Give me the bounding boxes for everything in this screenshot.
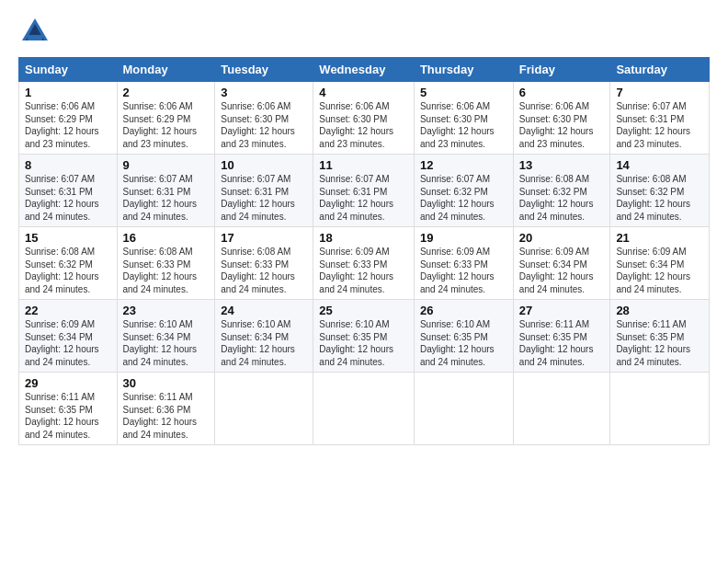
day-info: Sunrise: 6:08 AM Sunset: 6:32 PM Dayligh… (519, 173, 605, 223)
calendar-day-cell: 11 Sunrise: 6:07 AM Sunset: 6:31 PM Dayl… (313, 155, 415, 227)
header (18, 15, 710, 48)
calendar-day-cell: 27 Sunrise: 6:11 AM Sunset: 6:35 PM Dayl… (513, 300, 610, 373)
calendar-day-cell: 26 Sunrise: 6:10 AM Sunset: 6:35 PM Dayl… (414, 300, 513, 373)
day-info: Sunrise: 6:07 AM Sunset: 6:31 PM Dayligh… (221, 173, 307, 223)
calendar-day-cell: 8 Sunrise: 6:07 AM Sunset: 6:31 PM Dayli… (19, 155, 118, 227)
calendar-day-cell: 21 Sunrise: 6:09 AM Sunset: 6:34 PM Dayl… (610, 227, 710, 300)
calendar-header-row: SundayMondayTuesdayWednesdayThursdayFrid… (19, 58, 710, 82)
day-info: Sunrise: 6:11 AM Sunset: 6:35 PM Dayligh… (25, 391, 111, 441)
day-number: 16 (123, 231, 210, 245)
day-number: 5 (420, 86, 507, 99)
day-number: 19 (420, 231, 507, 245)
calendar-weekday: Wednesday (313, 58, 415, 82)
day-number: 17 (221, 231, 307, 245)
day-number: 7 (616, 86, 703, 99)
day-number: 29 (25, 376, 111, 390)
day-info: Sunrise: 6:08 AM Sunset: 6:32 PM Dayligh… (616, 173, 703, 223)
calendar-week-row: 1 Sunrise: 6:06 AM Sunset: 6:29 PM Dayli… (19, 82, 710, 155)
calendar-day-cell (414, 373, 513, 445)
calendar-day-cell (215, 373, 313, 445)
calendar-day-cell: 17 Sunrise: 6:08 AM Sunset: 6:33 PM Dayl… (215, 227, 313, 300)
calendar-weekday: Sunday (19, 58, 118, 82)
day-number: 2 (123, 86, 210, 99)
day-info: Sunrise: 6:06 AM Sunset: 6:29 PM Dayligh… (123, 100, 210, 150)
day-info: Sunrise: 6:09 AM Sunset: 6:33 PM Dayligh… (319, 246, 408, 295)
calendar-weekday: Friday (513, 58, 610, 82)
day-number: 14 (616, 158, 703, 172)
calendar-weekday: Tuesday (215, 58, 313, 82)
calendar-day-cell: 6 Sunrise: 6:06 AM Sunset: 6:30 PM Dayli… (513, 82, 610, 155)
day-info: Sunrise: 6:09 AM Sunset: 6:34 PM Dayligh… (616, 246, 703, 295)
day-number: 28 (616, 304, 703, 317)
day-info: Sunrise: 6:11 AM Sunset: 6:35 PM Dayligh… (616, 318, 703, 368)
calendar-day-cell: 1 Sunrise: 6:06 AM Sunset: 6:29 PM Dayli… (19, 82, 118, 155)
calendar-day-cell: 15 Sunrise: 6:08 AM Sunset: 6:32 PM Dayl… (19, 227, 118, 300)
calendar-day-cell: 5 Sunrise: 6:06 AM Sunset: 6:30 PM Dayli… (414, 82, 513, 155)
day-info: Sunrise: 6:07 AM Sunset: 6:31 PM Dayligh… (319, 173, 408, 223)
svg-rect-2 (28, 35, 42, 40)
calendar-week-row: 22 Sunrise: 6:09 AM Sunset: 6:34 PM Dayl… (19, 300, 710, 373)
day-number: 13 (519, 158, 605, 172)
day-info: Sunrise: 6:08 AM Sunset: 6:32 PM Dayligh… (25, 246, 111, 295)
day-number: 4 (319, 86, 408, 99)
day-number: 6 (519, 86, 605, 99)
calendar-day-cell: 9 Sunrise: 6:07 AM Sunset: 6:31 PM Dayli… (117, 155, 215, 227)
calendar-week-row: 15 Sunrise: 6:08 AM Sunset: 6:32 PM Dayl… (19, 227, 710, 300)
day-info: Sunrise: 6:07 AM Sunset: 6:31 PM Dayligh… (616, 100, 703, 150)
logo-icon (18, 15, 51, 48)
day-number: 22 (25, 304, 111, 317)
day-info: Sunrise: 6:08 AM Sunset: 6:33 PM Dayligh… (123, 246, 210, 295)
day-number: 15 (25, 231, 111, 245)
calendar-day-cell: 4 Sunrise: 6:06 AM Sunset: 6:30 PM Dayli… (313, 82, 415, 155)
day-number: 11 (319, 158, 408, 172)
calendar-day-cell (610, 373, 710, 445)
day-info: Sunrise: 6:10 AM Sunset: 6:35 PM Dayligh… (319, 318, 408, 368)
calendar-day-cell: 12 Sunrise: 6:07 AM Sunset: 6:32 PM Dayl… (414, 155, 513, 227)
calendar-day-cell: 30 Sunrise: 6:11 AM Sunset: 6:36 PM Dayl… (117, 373, 215, 445)
calendar-table: SundayMondayTuesdayWednesdayThursdayFrid… (18, 57, 710, 445)
day-info: Sunrise: 6:08 AM Sunset: 6:33 PM Dayligh… (221, 246, 307, 295)
calendar-weekday: Thursday (414, 58, 513, 82)
calendar-weekday: Monday (117, 58, 215, 82)
day-number: 8 (25, 158, 111, 172)
day-number: 27 (519, 304, 605, 317)
day-number: 18 (319, 231, 408, 245)
calendar-day-cell: 29 Sunrise: 6:11 AM Sunset: 6:35 PM Dayl… (19, 373, 118, 445)
day-info: Sunrise: 6:11 AM Sunset: 6:35 PM Dayligh… (519, 318, 605, 368)
calendar-day-cell: 18 Sunrise: 6:09 AM Sunset: 6:33 PM Dayl… (313, 227, 415, 300)
day-info: Sunrise: 6:10 AM Sunset: 6:34 PM Dayligh… (123, 318, 210, 368)
calendar-day-cell: 13 Sunrise: 6:08 AM Sunset: 6:32 PM Dayl… (513, 155, 610, 227)
calendar-week-row: 29 Sunrise: 6:11 AM Sunset: 6:35 PM Dayl… (19, 373, 710, 445)
calendar-day-cell: 7 Sunrise: 6:07 AM Sunset: 6:31 PM Dayli… (610, 82, 710, 155)
calendar-day-cell: 23 Sunrise: 6:10 AM Sunset: 6:34 PM Dayl… (117, 300, 215, 373)
calendar-day-cell: 28 Sunrise: 6:11 AM Sunset: 6:35 PM Dayl… (610, 300, 710, 373)
calendar-day-cell: 10 Sunrise: 6:07 AM Sunset: 6:31 PM Dayl… (215, 155, 313, 227)
day-info: Sunrise: 6:09 AM Sunset: 6:34 PM Dayligh… (25, 318, 111, 368)
day-info: Sunrise: 6:10 AM Sunset: 6:34 PM Dayligh… (221, 318, 307, 368)
day-info: Sunrise: 6:10 AM Sunset: 6:35 PM Dayligh… (420, 318, 507, 368)
calendar-day-cell: 16 Sunrise: 6:08 AM Sunset: 6:33 PM Dayl… (117, 227, 215, 300)
day-info: Sunrise: 6:07 AM Sunset: 6:32 PM Dayligh… (420, 173, 507, 223)
calendar-day-cell (513, 373, 610, 445)
day-number: 21 (616, 231, 703, 245)
calendar-day-cell: 24 Sunrise: 6:10 AM Sunset: 6:34 PM Dayl… (215, 300, 313, 373)
day-number: 12 (420, 158, 507, 172)
day-info: Sunrise: 6:07 AM Sunset: 6:31 PM Dayligh… (25, 173, 111, 223)
calendar-day-cell: 14 Sunrise: 6:08 AM Sunset: 6:32 PM Dayl… (610, 155, 710, 227)
logo (18, 15, 55, 48)
calendar-day-cell: 19 Sunrise: 6:09 AM Sunset: 6:33 PM Dayl… (414, 227, 513, 300)
calendar-day-cell: 2 Sunrise: 6:06 AM Sunset: 6:29 PM Dayli… (117, 82, 215, 155)
day-number: 3 (221, 86, 307, 99)
day-info: Sunrise: 6:11 AM Sunset: 6:36 PM Dayligh… (123, 391, 210, 441)
day-info: Sunrise: 6:09 AM Sunset: 6:34 PM Dayligh… (519, 246, 605, 295)
day-number: 20 (519, 231, 605, 245)
calendar-weekday: Saturday (610, 58, 710, 82)
day-info: Sunrise: 6:06 AM Sunset: 6:30 PM Dayligh… (420, 100, 507, 150)
calendar-day-cell: 3 Sunrise: 6:06 AM Sunset: 6:30 PM Dayli… (215, 82, 313, 155)
day-number: 10 (221, 158, 307, 172)
day-info: Sunrise: 6:09 AM Sunset: 6:33 PM Dayligh… (420, 246, 507, 295)
calendar-day-cell: 20 Sunrise: 6:09 AM Sunset: 6:34 PM Dayl… (513, 227, 610, 300)
day-info: Sunrise: 6:07 AM Sunset: 6:31 PM Dayligh… (123, 173, 210, 223)
calendar-week-row: 8 Sunrise: 6:07 AM Sunset: 6:31 PM Dayli… (19, 155, 710, 227)
day-number: 30 (123, 376, 210, 390)
